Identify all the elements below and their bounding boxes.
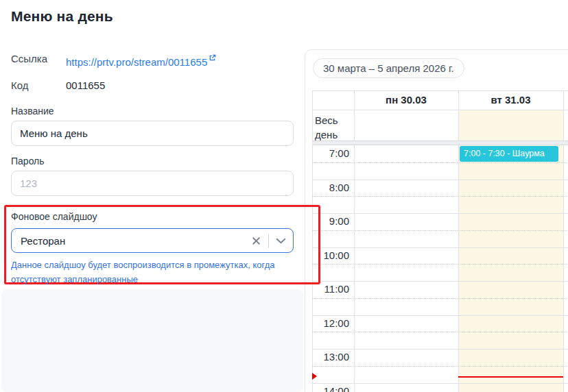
slideshow-select[interactable]: Ресторан — [11, 228, 294, 253]
day-header: вт 31.03 — [458, 90, 563, 110]
code-label: Код — [11, 79, 59, 91]
grid-line-horizontal — [312, 110, 568, 110]
grid-line-half-hour — [312, 366, 568, 367]
left-footer-panel — [1, 289, 303, 392]
grid-line-horizontal — [312, 281, 568, 282]
name-label: Название — [11, 106, 54, 117]
time-label: 12:00 — [312, 317, 349, 329]
grid-line-half-hour — [312, 298, 568, 299]
chevron-down-icon[interactable] — [276, 238, 286, 244]
time-label: 8:00 — [312, 182, 349, 193]
slideshow-label: Фоновое слайдшоу — [11, 211, 97, 222]
calendar-grid: Весь день 7:00 - 7:30 - Шаурма пн 30.03в… — [312, 90, 568, 392]
grid-line-half-hour — [312, 332, 568, 332]
password-label: Пароль — [11, 156, 45, 167]
time-label: 13:00 — [312, 351, 349, 363]
grid-line-horizontal — [312, 315, 568, 316]
page-title: Меню на день — [11, 8, 113, 25]
password-input[interactable] — [11, 171, 294, 196]
stream-link[interactable]: https://prtv.pro/stream/0011655 — [66, 52, 216, 69]
grid-line-horizontal — [312, 213, 568, 214]
grid-line-vertical — [354, 90, 355, 392]
external-link-icon — [209, 52, 216, 64]
grid-line-vertical — [312, 90, 313, 392]
slideshow-helper-text: Данное слайдшоу будет воспроизводится в … — [11, 258, 280, 286]
today-column-highlight — [458, 110, 563, 140]
all-day-label: Весь день — [315, 113, 351, 142]
day-header: пн 30.03 — [354, 90, 458, 110]
clear-icon[interactable] — [251, 236, 261, 246]
time-label: 10:00 — [312, 249, 349, 261]
time-label: 11:00 — [312, 283, 349, 295]
time-label: 9:00 — [312, 215, 349, 227]
grid-line-horizontal — [312, 383, 568, 384]
grid-line-horizontal — [312, 349, 568, 350]
slideshow-selected-value: Ресторан — [21, 235, 251, 247]
code-value: 0011655 — [66, 79, 105, 91]
time-label: 14:00 — [312, 385, 349, 392]
date-range-badge: 30 марта – 5 апреля 2026 г. — [313, 58, 464, 78]
grid-line-vertical — [458, 90, 459, 392]
now-indicator-line — [458, 376, 563, 378]
time-label: 7:00 — [312, 147, 349, 159]
today-column-highlight — [458, 145, 563, 392]
grid-line-horizontal — [312, 247, 568, 248]
grid-line-horizontal — [312, 180, 568, 180]
select-divider — [268, 234, 269, 248]
grid-line-half-hour — [312, 162, 568, 163]
grid-line-half-hour — [312, 196, 568, 197]
grid-line-vertical — [563, 90, 564, 392]
grid-line-half-hour — [312, 264, 568, 265]
link-label: Ссылка — [11, 53, 59, 64]
calendar-event[interactable]: 7:00 - 7:30 - Шаурма — [460, 146, 558, 162]
stream-link-text[interactable]: https://prtv.pro/stream/0011655 — [66, 56, 207, 68]
grid-line-half-hour — [312, 230, 568, 231]
name-input[interactable] — [11, 121, 294, 146]
now-indicator-arrow — [312, 373, 317, 380]
calendar-panel: 30 марта – 5 апреля 2026 г. Весь день 7:… — [305, 49, 568, 392]
